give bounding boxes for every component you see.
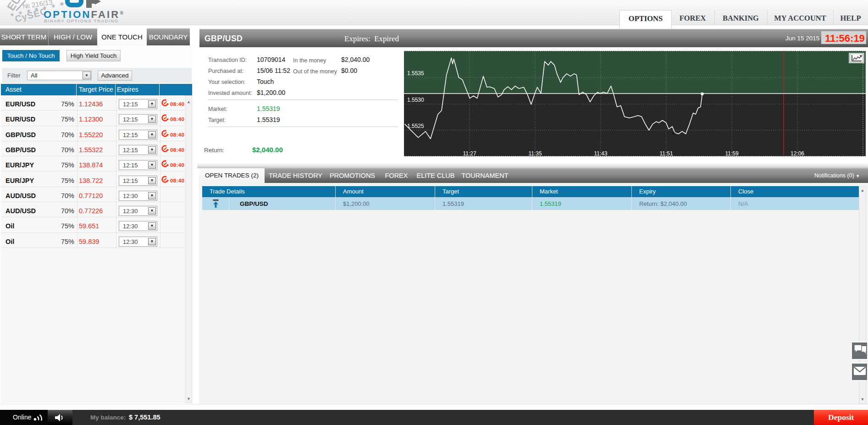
svg-text:1.5535: 1.5535 [407,70,424,77]
svg-text:11:35: 11:35 [528,150,542,156]
svg-text:1.5530: 1.5530 [407,97,424,103]
svg-text:11:59: 11:59 [725,150,738,156]
svg-text:1.5525: 1.5525 [407,123,424,129]
svg-text:11:27: 11:27 [463,150,476,156]
svg-text:12:06: 12:06 [791,150,804,156]
svg-text:11:51: 11:51 [659,150,673,156]
svg-text:11:43: 11:43 [594,150,607,156]
